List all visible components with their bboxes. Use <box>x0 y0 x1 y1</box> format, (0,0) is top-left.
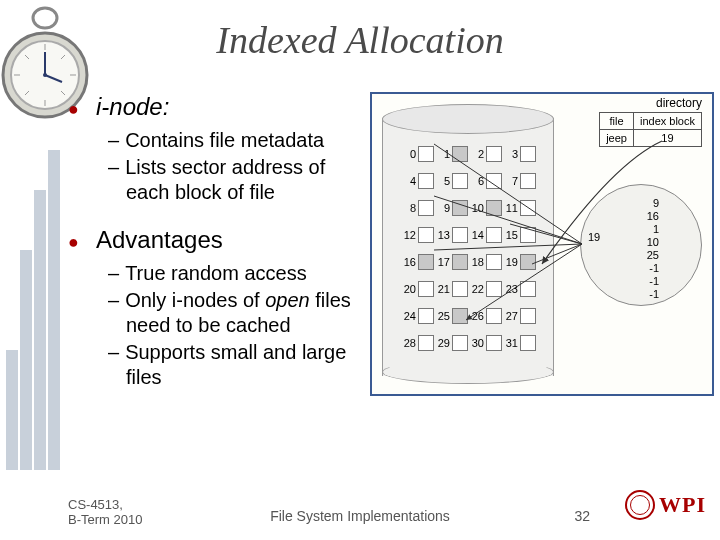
wpi-logo: WPI <box>625 490 706 520</box>
diagram-arrows <box>372 94 712 394</box>
footer: CS-4513, B-Term 2010 File System Impleme… <box>0 492 720 528</box>
wpi-seal-icon <box>625 490 655 520</box>
sub-bullet: –True random access <box>108 261 368 286</box>
content-body: ●i-node: –Contains file metadata –Lists … <box>68 88 368 392</box>
sub-bullet: –Lists sector address of each block of f… <box>108 155 368 205</box>
allocation-diagram: directory file index block jeep 19 01234… <box>370 92 714 396</box>
footer-topic: File System Implementations <box>0 508 720 524</box>
page-number: 32 <box>574 508 590 524</box>
slide: Indexed Allocation ●i-node: –Contains fi… <box>0 0 720 540</box>
sub-bullet: –Supports small and large files <box>108 340 368 390</box>
sub-bullet: –Only i-nodes of open files need to be c… <box>108 288 368 338</box>
slide-title: Indexed Allocation <box>0 18 720 62</box>
wpi-text: WPI <box>659 492 706 518</box>
bullet-icon: ● <box>68 231 86 254</box>
svg-point-13 <box>43 73 47 77</box>
bullet-icon: ● <box>68 98 86 121</box>
bullet-inode: ●i-node: <box>68 92 368 122</box>
decorative-bars <box>0 150 60 470</box>
bullet-advantages: ●Advantages <box>68 225 368 255</box>
sub-bullet: –Contains file metadata <box>108 128 368 153</box>
